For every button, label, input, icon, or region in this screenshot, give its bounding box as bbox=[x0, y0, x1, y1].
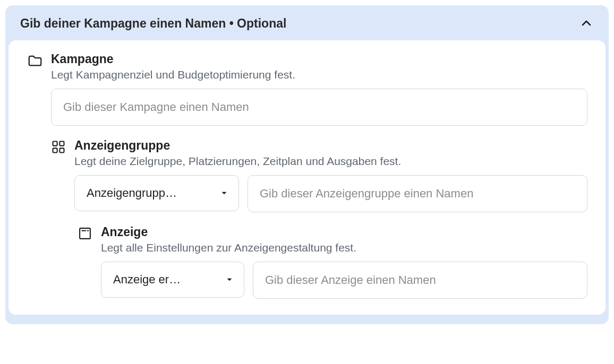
panel-title: Gib deiner Kampagne einen Namen • Option… bbox=[20, 16, 286, 31]
svg-rect-3 bbox=[59, 148, 64, 152]
folder-icon bbox=[27, 52, 44, 69]
panel-body: Kampagne Legt Kampagnenziel und Budgetop… bbox=[8, 40, 606, 315]
campaign-heading: Kampagne bbox=[51, 52, 587, 66]
adset-action-select-label: Anzeigengrupp… bbox=[87, 186, 177, 200]
caret-down-icon bbox=[219, 188, 229, 198]
grid-icon bbox=[50, 138, 67, 155]
campaign-subtitle: Legt Kampagnenziel und Budgetoptimierung… bbox=[51, 68, 587, 81]
adset-heading: Anzeigengruppe bbox=[74, 138, 587, 153]
svg-rect-1 bbox=[59, 142, 64, 146]
ad-name-input[interactable] bbox=[253, 262, 587, 299]
ad-action-select-label: Anzeige er… bbox=[113, 273, 181, 287]
campaign-name-input[interactable] bbox=[51, 89, 587, 126]
adset-action-select[interactable]: Anzeigengrupp… bbox=[74, 175, 239, 211]
adset-name-input[interactable] bbox=[248, 175, 587, 212]
adset-subtitle: Legt deine Zielgruppe, Platzierungen, Ze… bbox=[74, 155, 587, 168]
svg-rect-4 bbox=[80, 228, 90, 239]
caret-down-icon bbox=[225, 275, 234, 284]
panel-header[interactable]: Gib deiner Kampagne einen Namen • Option… bbox=[5, 5, 609, 40]
svg-rect-2 bbox=[53, 148, 57, 152]
ad-icon bbox=[76, 225, 93, 242]
chevron-up-icon[interactable] bbox=[579, 16, 594, 31]
naming-panel: Gib deiner Kampagne einen Namen • Option… bbox=[5, 5, 609, 324]
ad-heading: Anzeige bbox=[101, 225, 587, 239]
ad-action-select[interactable]: Anzeige er… bbox=[101, 262, 244, 298]
ad-subtitle: Legt alle Einstellungen zur Anzeigengest… bbox=[101, 241, 587, 254]
svg-rect-0 bbox=[53, 142, 57, 146]
